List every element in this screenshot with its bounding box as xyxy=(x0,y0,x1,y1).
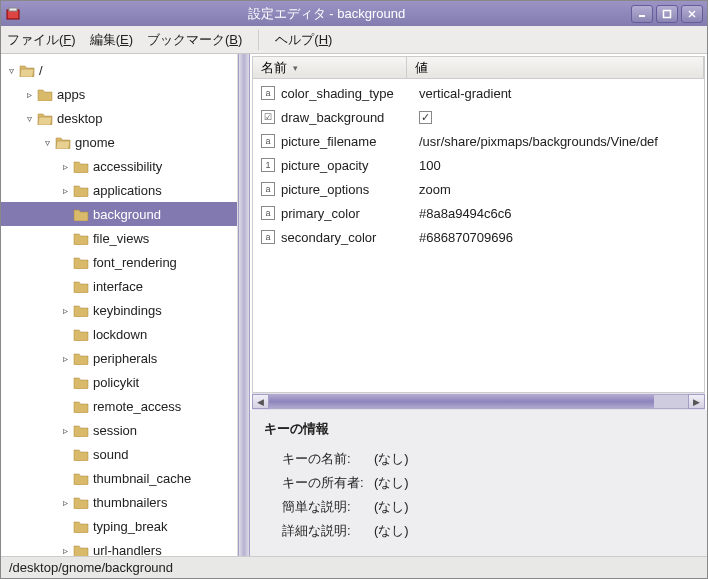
scroll-left-button[interactable]: ◀ xyxy=(252,394,269,409)
close-button[interactable] xyxy=(681,5,703,23)
info-value: (なし) xyxy=(374,522,409,540)
expander-icon[interactable]: ▿ xyxy=(41,137,53,148)
menu-file[interactable]: ファイル(F) xyxy=(7,31,76,49)
tree-label: lockdown xyxy=(93,327,147,342)
tree-item-sound[interactable]: sound xyxy=(1,442,237,466)
tree-label: keybindings xyxy=(93,303,162,318)
type-icon: 1 xyxy=(261,158,275,172)
tree-item-background[interactable]: background xyxy=(1,202,237,226)
svg-rect-3 xyxy=(664,10,671,17)
cell-value: 100 xyxy=(419,158,441,173)
table-row[interactable]: aprimary_color#8a8a9494c6c6 xyxy=(253,201,704,225)
maximize-button[interactable] xyxy=(656,5,678,23)
cell-value: zoom xyxy=(419,182,451,197)
tree-label: typing_break xyxy=(93,519,167,534)
type-icon: a xyxy=(261,134,275,148)
expander-icon[interactable]: ▿ xyxy=(5,65,17,76)
table-row[interactable]: apicture_filename/usr/share/pixmaps/back… xyxy=(253,129,704,153)
tree-item-typing_break[interactable]: typing_break xyxy=(1,514,237,538)
tree-label: thumbnail_cache xyxy=(93,471,191,486)
type-icon: a xyxy=(261,206,275,220)
info-row: 詳細な説明:(なし) xyxy=(282,522,693,540)
menu-edit[interactable]: 編集(E) xyxy=(90,31,133,49)
cell-value: #686870709696 xyxy=(419,230,513,245)
tree-item-applications[interactable]: ▹applications xyxy=(1,178,237,202)
cell-name: picture_options xyxy=(281,182,369,197)
scroll-thumb[interactable] xyxy=(269,395,654,408)
expander-icon[interactable]: ▹ xyxy=(59,545,71,556)
cell-name: secondary_color xyxy=(281,230,376,245)
tree-label: font_rendering xyxy=(93,255,177,270)
info-label: 詳細な説明: xyxy=(282,522,374,540)
tree-item-lockdown[interactable]: lockdown xyxy=(1,322,237,346)
table-row[interactable]: 1picture_opacity100 xyxy=(253,153,704,177)
menu-separator xyxy=(258,30,259,50)
tree-item-remote_access[interactable]: remote_access xyxy=(1,394,237,418)
menu-bookmarks[interactable]: ブックマーク(B) xyxy=(147,31,242,49)
tree-item-file_views[interactable]: file_views xyxy=(1,226,237,250)
tree-label: desktop xyxy=(57,111,103,126)
expander-icon[interactable]: ▹ xyxy=(59,353,71,364)
tree-item-policykit[interactable]: policykit xyxy=(1,370,237,394)
tree-label: url-handlers xyxy=(93,543,162,557)
app-icon xyxy=(5,6,21,22)
horizontal-scrollbar[interactable]: ◀ ▶ xyxy=(252,393,705,410)
tree-label: / xyxy=(39,63,43,78)
tree-item-thumbnail_cache[interactable]: thumbnail_cache xyxy=(1,466,237,490)
table-row[interactable]: acolor_shading_typevertical-gradient xyxy=(253,81,704,105)
tree-item-font_rendering[interactable]: font_rendering xyxy=(1,250,237,274)
tree-label: accessibility xyxy=(93,159,162,174)
tree-item-url-handlers[interactable]: ▹url-handlers xyxy=(1,538,237,556)
expander-icon[interactable]: ▹ xyxy=(59,425,71,436)
tree-label: apps xyxy=(57,87,85,102)
tree-item-apps[interactable]: ▹apps xyxy=(1,82,237,106)
info-value: (なし) xyxy=(374,450,409,468)
statusbar: /desktop/gnome/background xyxy=(1,556,707,578)
scroll-right-button[interactable]: ▶ xyxy=(688,394,705,409)
tree-root[interactable]: ▿/ xyxy=(1,58,237,82)
table-header: 名前▾ 値 xyxy=(253,57,704,79)
content-area: ▿/▹apps▿desktop▿gnome▹accessibility▹appl… xyxy=(1,54,707,556)
tree-label: interface xyxy=(93,279,143,294)
tree-label: file_views xyxy=(93,231,149,246)
cell-name: picture_filename xyxy=(281,134,376,149)
info-label: キーの所有者: xyxy=(282,474,374,492)
pane-splitter[interactable] xyxy=(238,54,250,556)
table-row[interactable]: ☑draw_background✓ xyxy=(253,105,704,129)
info-row: キーの所有者:(なし) xyxy=(282,474,693,492)
table-row[interactable]: asecondary_color#686870709696 xyxy=(253,225,704,249)
key-info-title: キーの情報 xyxy=(264,420,693,438)
type-icon: a xyxy=(261,230,275,244)
column-value[interactable]: 値 xyxy=(407,57,704,78)
tree-item-session[interactable]: ▹session xyxy=(1,418,237,442)
tree-pane[interactable]: ▿/▹apps▿desktop▿gnome▹accessibility▹appl… xyxy=(1,54,238,556)
tree-item-gnome[interactable]: ▿gnome xyxy=(1,130,237,154)
tree-item-accessibility[interactable]: ▹accessibility xyxy=(1,154,237,178)
minimize-button[interactable] xyxy=(631,5,653,23)
tree-item-peripherals[interactable]: ▹peripherals xyxy=(1,346,237,370)
sort-indicator-icon: ▾ xyxy=(293,63,298,73)
expander-icon[interactable]: ▹ xyxy=(23,89,35,100)
column-name[interactable]: 名前▾ xyxy=(253,57,407,78)
cell-name: picture_opacity xyxy=(281,158,368,173)
info-value: (なし) xyxy=(374,498,409,516)
cell-value: vertical-gradient xyxy=(419,86,512,101)
right-pane: 名前▾ 値 acolor_shading_typevertical-gradie… xyxy=(250,54,707,556)
info-label: 簡単な説明: xyxy=(282,498,374,516)
tree-item-desktop[interactable]: ▿desktop xyxy=(1,106,237,130)
table-row[interactable]: apicture_optionszoom xyxy=(253,177,704,201)
checkbox-icon[interactable]: ✓ xyxy=(419,111,432,124)
expander-icon[interactable]: ▿ xyxy=(23,113,35,124)
scroll-track[interactable] xyxy=(269,394,688,409)
info-label: キーの名前: xyxy=(282,450,374,468)
info-value: (なし) xyxy=(374,474,409,492)
tree-item-interface[interactable]: interface xyxy=(1,274,237,298)
expander-icon[interactable]: ▹ xyxy=(59,305,71,316)
tree-item-thumbnailers[interactable]: ▹thumbnailers xyxy=(1,490,237,514)
expander-icon[interactable]: ▹ xyxy=(59,497,71,508)
cell-name: primary_color xyxy=(281,206,360,221)
menu-help[interactable]: ヘルプ(H) xyxy=(275,31,332,49)
expander-icon[interactable]: ▹ xyxy=(59,185,71,196)
expander-icon[interactable]: ▹ xyxy=(59,161,71,172)
tree-item-keybindings[interactable]: ▹keybindings xyxy=(1,298,237,322)
